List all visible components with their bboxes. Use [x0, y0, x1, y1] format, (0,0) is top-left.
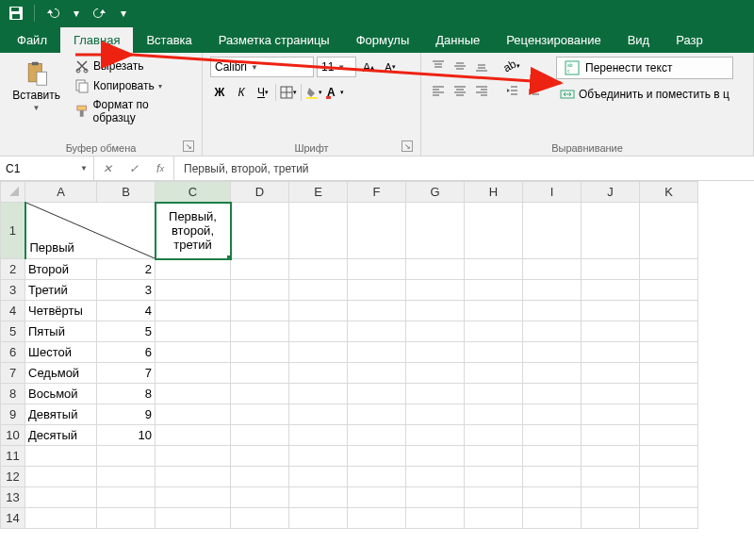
cell-A6[interactable]: Шестой: [25, 342, 97, 363]
format-painter-label: Формат по образцу: [93, 98, 191, 124]
svg-rect-9: [79, 83, 88, 92]
tab-developer[interactable]: Разр: [663, 27, 716, 53]
cell-A10[interactable]: Десятый: [25, 425, 97, 446]
cell-A2[interactable]: Второй: [25, 259, 97, 280]
align-right-icon[interactable]: [472, 81, 491, 100]
fill-color-button[interactable]: ▾: [304, 83, 323, 102]
col-header-A[interactable]: A: [25, 182, 97, 203]
font-size-dropdown[interactable]: 11▼: [317, 57, 356, 77]
cancel-formula-icon[interactable]: ✕: [94, 162, 121, 175]
row-header-1[interactable]: 1: [1, 203, 25, 259]
ribbon: Вставить ▼ Вырезать Копировать ▾ Формат …: [0, 53, 754, 156]
cell-A4[interactable]: Четвёрты: [25, 301, 97, 321]
merge-center-button[interactable]: Объединить и поместить в ц: [556, 85, 733, 104]
cut-button[interactable]: Вырезать: [71, 57, 194, 75]
row-header-13[interactable]: 13: [1, 487, 25, 508]
redo-icon[interactable]: [90, 3, 110, 24]
align-bottom-icon[interactable]: [472, 57, 491, 75]
cell-B2[interactable]: 2: [97, 259, 156, 280]
paste-button[interactable]: Вставить ▼: [8, 57, 65, 116]
insert-function-icon[interactable]: fx: [147, 162, 173, 175]
cell-B9[interactable]: 9: [97, 404, 156, 425]
bold-button[interactable]: Ж: [210, 83, 229, 102]
tab-view[interactable]: Вид: [615, 27, 664, 53]
row-header-2[interactable]: 2: [1, 259, 25, 280]
enter-formula-icon[interactable]: ✓: [121, 162, 147, 175]
row-header-6[interactable]: 6: [1, 342, 25, 363]
row-header-9[interactable]: 9: [1, 404, 25, 425]
col-header-B[interactable]: B: [97, 182, 156, 203]
underline-button[interactable]: Ч▾: [254, 83, 272, 102]
align-middle-icon[interactable]: [451, 57, 469, 75]
tab-home[interactable]: Главная: [60, 27, 133, 53]
increase-indent-icon[interactable]: [524, 81, 543, 100]
borders-button[interactable]: ▾: [279, 83, 298, 102]
cell-A7[interactable]: Седьмой: [25, 363, 97, 384]
col-header-H[interactable]: H: [465, 182, 523, 203]
orientation-button[interactable]: ab▾: [502, 57, 521, 75]
row-header-12[interactable]: 12: [1, 467, 25, 487]
clipboard-dialog-launcher-icon[interactable]: ↘: [183, 140, 194, 152]
cell-B5[interactable]: 5: [97, 321, 156, 342]
tab-data[interactable]: Данные: [422, 27, 493, 53]
align-center-icon[interactable]: [451, 81, 469, 100]
font-dialog-launcher-icon[interactable]: ↘: [402, 140, 413, 152]
font-name-dropdown[interactable]: Calibri▼: [210, 57, 314, 77]
align-top-icon[interactable]: [429, 57, 448, 75]
tab-page-layout[interactable]: Разметка страницы: [205, 27, 343, 53]
row-header-14[interactable]: 14: [1, 508, 25, 529]
svg-rect-15: [306, 97, 318, 99]
col-header-D[interactable]: D: [231, 182, 289, 203]
col-header-I[interactable]: I: [523, 182, 582, 203]
wrap-text-label: Перенести текст: [585, 61, 672, 74]
row-header-5[interactable]: 5: [1, 321, 25, 342]
row-header-4[interactable]: 4: [1, 301, 25, 321]
qat-customize-icon[interactable]: ▾: [118, 3, 129, 24]
row-header-8[interactable]: 8: [1, 384, 25, 404]
cell-A1[interactable]: Первый: [25, 203, 156, 259]
increase-font-icon[interactable]: A▴: [359, 58, 378, 76]
format-painter-button[interactable]: Формат по образцу: [71, 96, 194, 126]
copy-button[interactable]: Копировать ▾: [71, 76, 194, 95]
col-header-J[interactable]: J: [582, 182, 640, 203]
worksheet-grid[interactable]: A B C D E F G H I J K 1 Первый Первый, в…: [0, 181, 698, 529]
col-header-F[interactable]: F: [348, 182, 406, 203]
wrap-text-button[interactable]: abc Перенести текст: [556, 57, 733, 79]
tab-review[interactable]: Рецензирование: [493, 27, 614, 53]
italic-button[interactable]: К: [232, 83, 251, 102]
cell-C1[interactable]: Первый, второй, третий: [156, 203, 231, 259]
cell-B4[interactable]: 4: [97, 301, 156, 321]
font-color-button[interactable]: A▾: [326, 83, 345, 102]
col-header-K[interactable]: K: [640, 182, 698, 203]
select-all-corner[interactable]: [1, 182, 25, 203]
row-header-7[interactable]: 7: [1, 363, 25, 384]
cell-A5[interactable]: Пятый: [25, 321, 97, 342]
align-left-icon[interactable]: [429, 81, 448, 100]
save-icon[interactable]: [6, 3, 26, 24]
row-header-11[interactable]: 11: [1, 446, 25, 467]
cell-B7[interactable]: 7: [97, 363, 156, 384]
cell-B8[interactable]: 8: [97, 384, 156, 404]
formula-bar[interactable]: Первый, второй, третий: [174, 156, 754, 180]
row-header-10[interactable]: 10: [1, 425, 25, 446]
cell-A3[interactable]: Третий: [25, 280, 97, 301]
undo-dropdown-icon[interactable]: ▾: [71, 3, 82, 24]
decrease-indent-icon[interactable]: [502, 81, 521, 100]
cell-A8[interactable]: Восьмой: [25, 384, 97, 404]
cell-B3[interactable]: 3: [97, 280, 156, 301]
col-header-C[interactable]: C: [156, 182, 231, 203]
cell-B6[interactable]: 6: [97, 342, 156, 363]
tab-formulas[interactable]: Формулы: [343, 27, 423, 53]
svg-rect-2: [12, 14, 20, 19]
cell-A9[interactable]: Девятый: [25, 404, 97, 425]
col-header-E[interactable]: E: [289, 182, 348, 203]
cell-B10[interactable]: 10: [97, 425, 156, 446]
tab-insert[interactable]: Вставка: [133, 27, 205, 53]
formula-text: Первый, второй, третий: [184, 162, 309, 175]
decrease-font-icon[interactable]: A▾: [381, 58, 400, 76]
tab-file[interactable]: Файл: [4, 27, 60, 53]
col-header-G[interactable]: G: [406, 182, 465, 203]
name-box[interactable]: C1▼: [0, 156, 94, 180]
row-header-3[interactable]: 3: [1, 280, 25, 301]
undo-icon[interactable]: [42, 3, 63, 24]
